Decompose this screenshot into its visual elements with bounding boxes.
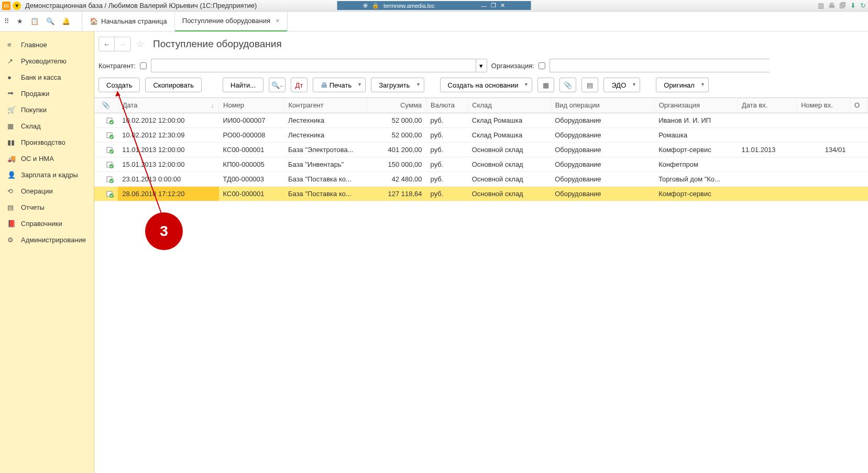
load-button[interactable]: Загрузить xyxy=(371,78,424,92)
cell-contractor: База "Поставка ко... xyxy=(284,186,367,201)
sidebar-item[interactable]: ⮕Продажи xyxy=(0,85,94,102)
contractor-filter-input[interactable] xyxy=(151,59,476,72)
sidebar-item-icon: ↗ xyxy=(7,57,16,65)
table-row[interactable]: 10.02.2012 12:30:09РО00-000008Лестехника… xyxy=(94,127,868,142)
cell-organization: Ромашка xyxy=(654,127,737,142)
cell-operation: Оборудование xyxy=(551,142,654,157)
minimize-icon[interactable]: — xyxy=(481,3,487,9)
organization-filter-checkbox[interactable] xyxy=(539,62,545,69)
cell-date-in xyxy=(738,186,797,201)
table-row[interactable]: 11.01.2013 12:00:00КС00-000001База "Элек… xyxy=(94,142,868,157)
favorite-star-icon[interactable]: ☆ xyxy=(136,38,145,50)
table-row[interactable]: 23.01.2013 0:00:00ТД00-000003База "Поста… xyxy=(94,171,868,186)
star-icon[interactable]: ★ xyxy=(17,17,23,25)
top-toolbar: ⠿ ★ 📋 🔍 🔔 🏠 Начальная страница Поступлен… xyxy=(0,12,868,31)
tab-home[interactable]: 🏠 Начальная страница xyxy=(82,12,175,31)
sidebar-item[interactable]: ⟲Операции xyxy=(0,183,94,199)
print-button[interactable]: 🖶 Печать xyxy=(313,78,366,92)
edo-button[interactable]: ЭДО xyxy=(603,78,640,92)
restore-icon[interactable]: ❐ xyxy=(491,2,496,9)
cell-number: ТД00-000003 xyxy=(219,171,284,186)
sidebar-item-label: Продажи xyxy=(21,90,49,98)
titlebar-icon-4[interactable]: ⬇ xyxy=(850,2,856,9)
sidebar-item-label: Операции xyxy=(21,187,53,195)
cell-currency: руб. xyxy=(426,142,468,157)
col-currency[interactable]: Валюта xyxy=(426,98,468,113)
window-title: Демонстрационная база / Любимов Валерий … xyxy=(25,2,267,9)
sidebar-item[interactable]: 👤Зарплата и кадры xyxy=(0,167,94,183)
tab-label: Поступление оборудования xyxy=(182,17,270,25)
content-area: ← → ☆ Поступление оборудования Контраген… xyxy=(94,31,868,473)
icon-button-1[interactable]: ▦ xyxy=(537,78,554,92)
cell-number-in xyxy=(797,127,850,142)
col-warehouse[interactable]: Склад xyxy=(468,98,551,113)
titlebar-icon-3[interactable]: 🗐 xyxy=(839,2,846,9)
table-area: 📎 Дата↓ Номер Контрагент Сумма Валюта Ск… xyxy=(94,98,868,473)
sidebar-item[interactable]: ↗Руководителю xyxy=(0,53,94,69)
col-last[interactable]: О xyxy=(850,98,867,113)
sidebar-item-label: Руководителю xyxy=(21,57,67,65)
col-number[interactable]: Номер xyxy=(219,98,284,113)
sidebar-item-icon: ⚙ xyxy=(7,236,16,244)
search-icon[interactable]: 🔍 xyxy=(46,17,54,25)
original-button[interactable]: Оригинал xyxy=(656,78,709,92)
cell-contractor: База "Электротова... xyxy=(284,142,367,157)
doc-status-icon xyxy=(106,160,114,168)
apps-icon[interactable]: ⠿ xyxy=(4,17,9,25)
col-contractor[interactable]: Контрагент xyxy=(284,98,367,113)
contractor-filter-checkbox[interactable] xyxy=(140,62,147,69)
sidebar-item[interactable]: ≡Главное xyxy=(0,37,94,53)
doc-status-icon xyxy=(106,146,114,153)
clipboard-icon[interactable]: 📋 xyxy=(30,17,39,25)
dk-button[interactable]: Дт xyxy=(291,78,307,92)
cell-sum: 52 000,00 xyxy=(367,127,426,142)
col-attachment[interactable]: 📎 xyxy=(94,98,118,113)
nav-forward-button[interactable]: → xyxy=(115,37,130,51)
col-date-in[interactable]: Дата вх. xyxy=(738,98,797,113)
col-operation[interactable]: Вид операции xyxy=(551,98,654,113)
tab-equipment-receipt[interactable]: Поступление оборудования × xyxy=(175,12,288,32)
print-icon[interactable]: 🖶 xyxy=(828,2,835,9)
sidebar-item-label: Администрирование xyxy=(21,236,86,244)
sidebar-item-label: Покупки xyxy=(21,106,47,114)
title-bar: 1C ▾ Демонстрационная база / Любимов Вал… xyxy=(0,0,868,12)
close-icon[interactable]: ✕ xyxy=(500,2,505,9)
annotation-arrow xyxy=(115,88,168,224)
col-sum[interactable]: Сумма xyxy=(367,98,426,113)
cell-organization: Комфорт-сервис xyxy=(654,142,737,157)
sidebar-item[interactable]: ▦Склад xyxy=(0,118,94,134)
organization-filter-input[interactable] xyxy=(550,59,770,72)
col-number-in[interactable]: Номер вх. xyxy=(797,98,850,113)
titlebar-icon-5[interactable]: ↻ xyxy=(860,2,866,9)
table-row[interactable]: 10.02.2012 12:00:00ИИ00-000007Лестехника… xyxy=(94,113,868,127)
sidebar-item[interactable]: ⚙Администрирование xyxy=(0,232,94,248)
cancel-search-button[interactable]: 🔍₋ xyxy=(269,78,285,92)
cell-last xyxy=(850,171,867,186)
sidebar-item-icon: ⟲ xyxy=(7,187,16,195)
sidebar-item[interactable]: ●Банк и касса xyxy=(0,69,94,85)
cell-operation: Оборудование xyxy=(551,113,654,127)
cell-last xyxy=(850,186,867,201)
col-organization[interactable]: Организация xyxy=(654,98,737,113)
tab-close-icon[interactable]: × xyxy=(276,17,280,25)
bell-icon[interactable]: 🔔 xyxy=(62,17,70,25)
sidebar-item[interactable]: 🚚ОС и НМА xyxy=(0,150,94,167)
sidebar-item[interactable]: ▤Отчеты xyxy=(0,199,94,216)
create-based-button[interactable]: Создать на основании xyxy=(440,78,533,92)
sidebar-item[interactable]: ▮▮Производство xyxy=(0,134,94,150)
find-button[interactable]: Найти... xyxy=(223,78,263,92)
sidebar-item-icon: 🛒 xyxy=(7,106,16,114)
sidebar-item-icon: ▦ xyxy=(7,122,16,130)
app-menu-dropdown[interactable]: ▾ xyxy=(13,2,21,10)
sidebar-item[interactable]: 🛒Покупки xyxy=(0,102,94,118)
icon-button-3[interactable]: ▤ xyxy=(581,78,598,92)
attachment-button[interactable]: 📎 xyxy=(559,78,576,92)
contractor-dropdown-button[interactable]: ▾ xyxy=(476,59,487,72)
table-row[interactable]: 15.01.2013 12:00:00КП00-000005База "Инве… xyxy=(94,157,868,171)
cell-organization: Иванов И. И. ИП xyxy=(654,113,737,127)
sidebar-item[interactable]: 📕Справочники xyxy=(0,216,94,232)
sidebar-item-label: Отчеты xyxy=(21,203,45,211)
nav-back-button[interactable]: ← xyxy=(99,37,115,51)
table-row[interactable]: 28.06.2018 17:12:20КС00-000001База "Пост… xyxy=(94,186,868,201)
titlebar-icon-1[interactable]: ▥ xyxy=(818,2,824,9)
